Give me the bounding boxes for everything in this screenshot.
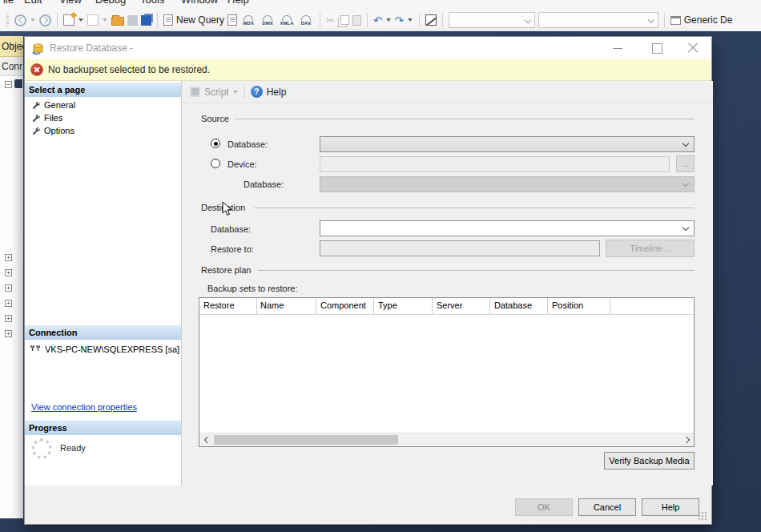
generic-debugger-label[interactable]: Generic De xyxy=(684,14,733,26)
script-dropdown-icon[interactable] xyxy=(233,91,238,94)
source-device-label: Device: xyxy=(227,159,257,169)
database-query-icon[interactable] xyxy=(227,14,237,26)
connect-toolbar-label[interactable]: Conr xyxy=(0,57,23,76)
database-selector-combo[interactable] xyxy=(449,12,535,28)
execution-target-combo[interactable] xyxy=(538,12,658,28)
dmx-query-icon[interactable]: DMX xyxy=(260,15,276,26)
copy-icon[interactable] xyxy=(340,15,349,25)
column-divider[interactable] xyxy=(489,298,490,314)
cut-icon[interactable]: ✂ xyxy=(326,15,335,26)
menu-file[interactable]: File xyxy=(0,0,14,9)
menu-debug[interactable]: Debug xyxy=(95,0,126,9)
tree-expand-icon[interactable]: + xyxy=(5,254,12,261)
mdx-query-icon[interactable]: MDX xyxy=(240,15,256,26)
progress-header: Progress xyxy=(25,421,181,435)
add-item-dropdown-icon[interactable] xyxy=(103,18,107,22)
add-item-icon[interactable] xyxy=(87,14,99,26)
separator xyxy=(157,13,158,27)
new-query-button[interactable]: New Query xyxy=(176,14,224,26)
undo-icon[interactable]: ↶ xyxy=(373,15,382,26)
close-icon[interactable] xyxy=(687,42,699,54)
menu-tools[interactable]: Tools xyxy=(140,0,164,9)
cancel-button[interactable]: Cancel xyxy=(578,498,636,516)
save-all-icon[interactable] xyxy=(141,15,151,26)
restore-to-input[interactable] xyxy=(320,240,600,256)
backup-sets-grid[interactable]: Restore Name Component Type Server Datab… xyxy=(199,297,695,447)
page-item-files[interactable]: Files xyxy=(31,111,62,124)
column-header-type[interactable]: Type xyxy=(378,300,397,310)
destination-database-combo[interactable] xyxy=(320,220,695,236)
object-explorer-title[interactable]: Objec xyxy=(0,36,23,57)
tree-expand-icon[interactable]: + xyxy=(5,284,12,292)
page-item-options[interactable]: Options xyxy=(31,124,74,137)
tree-expand-icon[interactable]: + xyxy=(5,315,12,322)
help-button[interactable]: Help xyxy=(642,498,699,516)
column-header-server[interactable]: Server xyxy=(437,300,462,310)
dialog-titlebar[interactable]: Restore Database - xyxy=(25,37,711,59)
column-header-component[interactable]: Component xyxy=(320,300,366,310)
open-file-icon[interactable] xyxy=(111,17,124,26)
menu-window[interactable]: Window xyxy=(181,0,218,9)
column-header-database[interactable]: Database xyxy=(494,300,532,310)
tree-collapse-icon[interactable]: − xyxy=(5,81,12,88)
new-query-icon[interactable] xyxy=(163,14,173,26)
scroll-left-icon[interactable] xyxy=(199,433,213,446)
toolbar-grip[interactable] xyxy=(6,14,9,26)
back-dropdown-icon[interactable] xyxy=(30,18,35,22)
source-database-combo[interactable] xyxy=(320,136,695,152)
column-divider[interactable] xyxy=(373,298,374,314)
view-connection-properties-link[interactable]: View connection properties xyxy=(31,402,137,412)
progress-status: Ready xyxy=(60,443,86,453)
cube-glyph xyxy=(244,15,253,21)
new-project-dropdown-icon[interactable] xyxy=(79,18,83,22)
dax-query-icon[interactable]: DAX xyxy=(298,15,314,26)
tree-expand-icon[interactable]: + xyxy=(5,269,12,276)
column-header-restore[interactable]: Restore xyxy=(203,300,235,310)
column-divider[interactable] xyxy=(610,298,610,314)
source-device-radio[interactable] xyxy=(211,159,220,168)
resize-grip[interactable] xyxy=(698,511,707,521)
tree-expand-icon[interactable]: + xyxy=(5,300,12,307)
verify-backup-media-button[interactable]: Verify Backup Media xyxy=(604,452,695,470)
menu-edit[interactable]: Edit xyxy=(24,0,42,9)
redo-dropdown-icon[interactable] xyxy=(408,18,413,22)
device-path-input[interactable] xyxy=(320,156,670,172)
tree-expand-icon[interactable]: + xyxy=(5,330,12,337)
ssms-window: File Edit View Debug Tools Window Help N… xyxy=(0,0,761,532)
column-divider[interactable] xyxy=(316,298,316,314)
server-node-icon xyxy=(14,79,22,88)
script-button[interactable]: Script xyxy=(204,87,229,98)
horizontal-scrollbar[interactable] xyxy=(199,433,694,446)
maximize-icon[interactable] xyxy=(651,42,662,54)
minimize-icon[interactable] xyxy=(612,42,623,54)
undo-dropdown-icon[interactable] xyxy=(386,18,391,22)
column-divider[interactable] xyxy=(256,298,257,314)
save-icon[interactable] xyxy=(127,15,138,26)
xmla-query-icon[interactable]: XMLA xyxy=(279,15,295,26)
ok-button[interactable]: OK xyxy=(515,498,573,516)
source-database-radio[interactable] xyxy=(211,139,220,148)
scrollbar-thumb[interactable] xyxy=(214,435,398,445)
separator xyxy=(419,13,420,27)
scroll-right-icon[interactable] xyxy=(680,433,694,446)
paste-icon[interactable] xyxy=(352,15,361,26)
wrench-icon xyxy=(31,114,40,123)
navigate-back-icon[interactable] xyxy=(14,14,26,26)
column-header-position[interactable]: Position xyxy=(552,300,583,310)
timeline-button[interactable]: Timeline... xyxy=(606,240,695,257)
column-divider[interactable] xyxy=(547,298,548,314)
navigate-forward-icon[interactable] xyxy=(39,14,51,26)
page-item-general[interactable]: General xyxy=(31,99,75,111)
error-icon xyxy=(30,63,43,76)
column-header-name[interactable]: Name xyxy=(260,300,284,310)
help-button[interactable]: Help xyxy=(267,87,287,98)
header-underline xyxy=(199,314,694,315)
menu-help[interactable]: Help xyxy=(227,0,249,9)
column-divider[interactable] xyxy=(432,298,433,314)
separator xyxy=(320,13,320,27)
device-browse-button[interactable]: ... xyxy=(676,155,695,172)
selection-mode-icon[interactable] xyxy=(425,14,437,26)
redo-icon[interactable]: ↷ xyxy=(395,15,404,26)
menu-view[interactable]: View xyxy=(59,0,82,9)
new-project-icon[interactable] xyxy=(63,14,74,26)
